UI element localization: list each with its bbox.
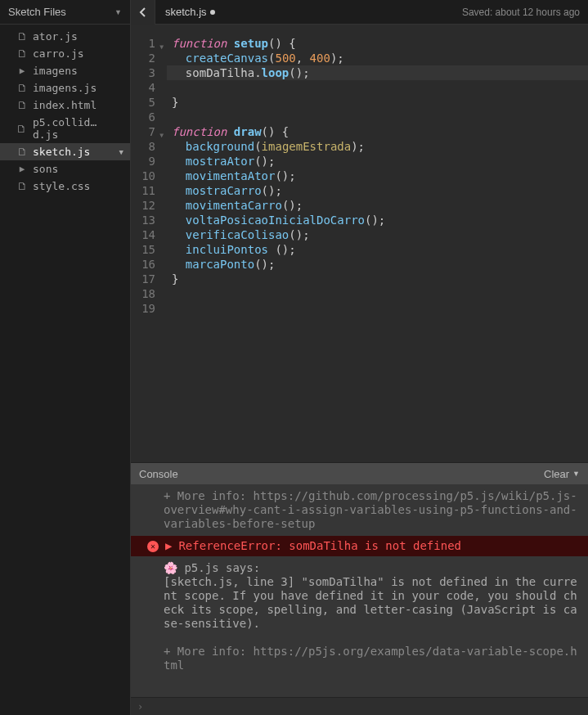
line-number: 17 [131,272,164,286]
line-number: 6 [131,110,164,124]
line-number: 7 [131,124,164,139]
error-message: ReferenceError: somDaTilha is not define… [178,539,461,553]
clear-button[interactable]: Clear ▼ [544,468,580,480]
code-line[interactable]: verificaColisao(); [172,227,588,242]
file-icon: 🗋 [16,146,28,158]
code-line[interactable] [172,301,588,316]
p5-says: p5.js says: [184,561,260,574]
console-body[interactable]: + More info: https://github.com/processi… [131,484,588,697]
main: sketch.js Saved: about 12 hours ago 1234… [131,0,588,715]
file-item[interactable]: 🗋sketch.js▼ [0,143,130,160]
code-editor[interactable]: 12345678910111213141516171819 function s… [131,25,588,462]
file-item[interactable]: 🗋carro.js [0,45,130,62]
line-number: 18 [131,286,164,301]
code-line[interactable]: movimentaCarro(); [172,198,588,213]
editor-header: sketch.js Saved: about 12 hours ago [131,0,588,25]
code-line[interactable]: marcaPonto(); [172,257,588,272]
file-label: sons [33,163,58,175]
line-number: 11 [131,183,164,198]
file-label: index.html [33,99,97,111]
folder-icon: ▶ [16,164,28,174]
file-item[interactable]: 🗋style.css [0,178,130,195]
line-number-gutter: 12345678910111213141516171819 [131,25,167,462]
chevron-left-icon [139,7,147,17]
file-label: ator.js [33,30,78,43]
line-number: 5 [131,95,164,110]
line-number: 14 [131,227,164,242]
file-label: style.css [33,180,90,192]
line-number: 9 [131,154,164,169]
back-button[interactable] [131,0,155,25]
file-icon: 🗋 [16,30,28,43]
sidebar-header[interactable]: Sketch Files ▼ [0,0,130,25]
p5-body: [sketch.js, line 3] "somDaTilha" is not … [164,575,580,631]
file-icon: 🗋 [16,47,28,60]
line-number: 2 [131,51,164,65]
code-line[interactable] [172,286,588,301]
info-prefix: + More info: [164,489,254,502]
prompt-icon: › [137,701,143,713]
file-list: 🗋ator.js🗋carro.js▶imagens🗋imagens.js🗋ind… [0,25,130,198]
file-label: carro.js [33,47,84,60]
console-panel: Console Clear ▼ + More info: https://git… [131,462,588,715]
code-line[interactable]: function draw() { [172,124,588,139]
file-label: sketch.js [33,146,90,158]
file-icon: 🗋 [16,180,28,192]
line-number: 8 [131,139,164,154]
folder-icon: ▶ [16,65,28,76]
line-number: 10 [131,169,164,183]
file-item[interactable]: ▶sons [0,160,130,178]
file-icon: 🗋 [16,82,28,94]
arrow-icon: ▶ [165,539,172,553]
line-number: 19 [131,301,164,316]
code-line[interactable]: function setup() { [172,36,588,51]
console-friendly: 🌸 p5.js says: [sketch.js, line 3] "somDa… [131,556,588,677]
tab-sketch[interactable]: sketch.js [155,6,225,18]
code-line[interactable]: somDaTilha.loop(); [167,65,588,80]
console-error: ✕ ▶ ReferenceError: somDaTilha is not de… [131,536,588,556]
chevron-down-icon: ▼ [114,8,122,16]
code-line[interactable]: createCanvas(500, 400); [172,51,588,65]
console-input[interactable]: › [131,697,588,715]
file-icon: 🗋 [16,99,28,111]
file-label: imagens [33,65,78,77]
info-prefix-2: + More info: [164,645,254,658]
chevron-down-icon[interactable]: ▼ [119,148,123,156]
dirty-indicator-icon [210,10,215,15]
sidebar: Sketch Files ▼ 🗋ator.js🗋carro.js▶imagens… [0,0,131,715]
console-info: + More info: https://github.com/processi… [131,484,588,536]
code-line[interactable]: mostraAtor(); [172,154,588,169]
saved-status: Saved: about 12 hours ago [462,7,588,18]
code-line[interactable]: incluiPontos (); [172,242,588,257]
clear-label: Clear [544,468,569,480]
file-item[interactable]: 🗋imagens.js [0,79,130,97]
console-title: Console [139,468,178,480]
code-line[interactable]: background(imagemEstrada); [172,139,588,154]
file-icon: 🗋 [16,123,28,135]
error-icon: ✕ [147,541,159,552]
code-line[interactable]: mostraCarro(); [172,183,588,198]
file-item[interactable]: ▶imagens [0,62,130,79]
line-number: 4 [131,80,164,95]
code-line[interactable]: movimentaAtor(); [172,169,588,183]
code-line[interactable]: } [172,272,588,286]
line-number: 12 [131,198,164,213]
line-number: 16 [131,257,164,272]
file-item[interactable]: 🗋index.html [0,97,130,114]
code-line[interactable] [172,80,588,95]
code-line[interactable] [172,110,588,124]
code-line[interactable]: voltaPosicaoInicialDoCarro(); [172,213,588,227]
line-number: 3 [131,65,164,80]
tab-label: sketch.js [165,6,207,18]
sidebar-title: Sketch Files [8,6,66,18]
line-number: 13 [131,213,164,227]
file-label: imagens.js [33,82,97,94]
line-number: 1 [131,36,164,51]
console-header: Console Clear ▼ [131,463,588,484]
chevron-down-icon: ▼ [572,470,580,478]
code-area[interactable]: function setup() { createCanvas(500, 400… [167,25,588,462]
file-item[interactable]: 🗋ator.js [0,28,130,45]
file-item[interactable]: 🗋p5.collid…d.js [0,114,130,143]
flower-icon: 🌸 [164,561,177,574]
code-line[interactable]: } [172,95,588,110]
